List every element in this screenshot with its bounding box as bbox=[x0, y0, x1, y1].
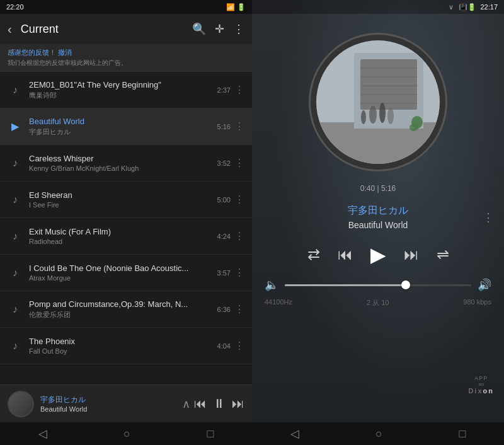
audio-info: 44100Hz 2 从 10 980 kbps bbox=[252, 296, 504, 314]
home-nav-button-right[interactable]: ○ bbox=[375, 427, 382, 441]
item-artist: 伦敦爱乐乐团 bbox=[29, 310, 212, 320]
item-artist: Fall Out Boy bbox=[29, 347, 212, 355]
add-icon[interactable]: ✛ bbox=[215, 22, 224, 36]
controls-right: ⇄ ⏮ ▶ ⏭ ⇌ bbox=[252, 235, 504, 274]
music-icon: ♪ bbox=[8, 304, 23, 315]
toolbar-left: ‹ Current 🔍 ✛ ⋮ bbox=[0, 14, 252, 44]
nav-bar-right: ◁ ○ □ bbox=[252, 422, 504, 445]
track-title-right: Beautiful World bbox=[265, 220, 491, 230]
progress-time: 0:40 | 5:16 bbox=[252, 184, 504, 193]
svg-point-11 bbox=[387, 108, 394, 124]
chevron-up-icon: ∧ bbox=[182, 397, 190, 411]
volume-low-icon: 🔈 bbox=[265, 278, 278, 292]
watermark: APP so Dixon bbox=[468, 375, 494, 395]
now-playing-artist: 宇多田ヒカル bbox=[40, 395, 182, 405]
item-overflow-icon[interactable]: ⋮ bbox=[234, 267, 244, 279]
volume-fill bbox=[285, 284, 406, 286]
item-artist: Atrax Morgue bbox=[29, 274, 212, 282]
music-icon: ♪ bbox=[8, 194, 23, 205]
toolbar-title: Current bbox=[21, 23, 186, 36]
item-duration: 6:36 bbox=[217, 306, 231, 313]
now-playing-info: 宇多田ヒカル Beautiful World bbox=[40, 395, 182, 413]
pause-button[interactable]: ⏸ bbox=[213, 396, 226, 411]
ad-text-2: 我们会根据您的反馈审核此网站上的广告。 bbox=[8, 59, 244, 67]
item-info: Careless Whisper Kenny G/Brian McKnight/… bbox=[29, 154, 212, 172]
status-right-icons: 📳🔋 bbox=[459, 3, 476, 11]
item-artist: I See Fire bbox=[29, 201, 212, 209]
now-playing-title: Beautiful World bbox=[40, 405, 182, 413]
overflow-menu-icon[interactable]: ⋮ bbox=[233, 22, 244, 36]
album-ring bbox=[309, 33, 447, 171]
status-right-time: 22:17 bbox=[480, 3, 498, 11]
search-icon[interactable]: 🔍 bbox=[192, 22, 206, 36]
list-item[interactable]: ♪ Ed Sheeran I See Fire 5:00 ⋮ bbox=[0, 182, 252, 218]
item-duration: 3:57 bbox=[217, 269, 231, 277]
chevron-down-icon[interactable]: ∨ bbox=[449, 3, 454, 11]
item-title: The Phoenix bbox=[29, 337, 212, 346]
list-item[interactable]: ♪ 2EM01_B01"At The Very Beginning" 鹰巢诗郎 … bbox=[0, 72, 252, 108]
item-duration: 5:00 bbox=[217, 196, 231, 204]
recent-nav-button[interactable]: □ bbox=[207, 427, 214, 441]
fast-forward-button[interactable]: ⏭ bbox=[232, 396, 244, 411]
repeat-button[interactable]: ⇄ bbox=[307, 246, 320, 263]
item-artist: 宇多田ヒカル bbox=[29, 127, 212, 137]
play-button[interactable]: ▶ bbox=[370, 243, 386, 267]
music-icon: ♪ bbox=[8, 158, 23, 169]
left-panel: 22:20 📶 🔋 ‹ Current 🔍 ✛ ⋮ 感谢您的反馈！ 撤消 我们会… bbox=[0, 0, 252, 445]
fast-forward-button[interactable]: ⏭ bbox=[404, 246, 419, 263]
status-bar-left: 22:20 📶 🔋 bbox=[0, 0, 252, 14]
music-icon: ♪ bbox=[8, 340, 23, 352]
back-nav-button-right[interactable]: ◁ bbox=[290, 427, 299, 441]
back-button[interactable]: ‹ bbox=[8, 22, 12, 37]
nav-bar-left: ◁ ○ □ bbox=[0, 422, 252, 445]
now-playing-controls: ⏮ ⏸ ⏭ bbox=[194, 396, 244, 411]
battery-icon: 🔋 bbox=[237, 3, 246, 11]
list-item[interactable]: ♪ I Could Be The One (Noonie Bao Acousti… bbox=[0, 255, 252, 291]
music-icon: ♪ bbox=[8, 84, 23, 96]
list-item[interactable]: ♪ Exit Music (For A Film) Radiohead 4:24… bbox=[0, 218, 252, 255]
bitrate: 980 kbps bbox=[463, 298, 491, 308]
recent-nav-button-right[interactable]: □ bbox=[459, 427, 466, 441]
item-info: Ed Sheeran I See Fire bbox=[29, 190, 212, 209]
list-item[interactable]: ♪ Careless Whisper Kenny G/Brian McKnigh… bbox=[0, 145, 252, 182]
ad-text-1: 感谢您的反馈！ 撤消 bbox=[8, 48, 244, 57]
svg-point-10 bbox=[379, 103, 386, 123]
list-item[interactable]: ♪ Pomp and Circumstance,Op.39: March, N.… bbox=[0, 291, 252, 328]
shuffle-button[interactable]: ⇌ bbox=[437, 246, 449, 263]
list-item[interactable]: ♪ The Phoenix Fall Out Boy 4:04 ⋮ bbox=[0, 328, 252, 364]
item-info: 2EM01_B01"At The Very Beginning" 鹰巢诗郎 bbox=[29, 80, 212, 100]
music-icon: ♪ bbox=[8, 231, 23, 242]
rewind-button[interactable]: ⏮ bbox=[194, 396, 207, 411]
item-overflow-icon[interactable]: ⋮ bbox=[234, 303, 244, 315]
item-duration: 5:16 bbox=[217, 123, 231, 130]
track-overflow-icon[interactable]: ⋮ bbox=[483, 211, 494, 224]
play-icon: ▶ bbox=[8, 120, 23, 132]
ad-banner: 感谢您的反馈！ 撤消 我们会根据您的反馈审核此网站上的广告。 bbox=[0, 44, 252, 72]
status-left-time: 22:20 bbox=[6, 3, 24, 11]
track-artist-right: 宇多田ヒカル bbox=[265, 204, 491, 217]
ad-cancel-link[interactable]: 撤消 bbox=[58, 49, 72, 56]
item-overflow-icon[interactable]: ⋮ bbox=[234, 230, 244, 242]
item-overflow-icon[interactable]: ⋮ bbox=[234, 340, 244, 352]
item-overflow-icon[interactable]: ⋮ bbox=[234, 84, 244, 96]
item-artist: Kenny G/Brian McKnight/Earl Klugh bbox=[29, 165, 212, 172]
playlist: ♪ 2EM01_B01"At The Very Beginning" 鹰巢诗郎 … bbox=[0, 72, 252, 384]
rewind-button[interactable]: ⏮ bbox=[338, 246, 353, 263]
signal-icon: 📶 bbox=[226, 3, 235, 11]
right-panel: ∨ 📳🔋 22:17 bbox=[252, 0, 504, 445]
volume-slider[interactable] bbox=[285, 284, 471, 286]
item-overflow-icon[interactable]: ⋮ bbox=[234, 120, 244, 132]
item-duration: 4:24 bbox=[217, 233, 231, 240]
item-overflow-icon[interactable]: ⋮ bbox=[234, 194, 244, 205]
list-item[interactable]: ▶ Beautiful World 宇多田ヒカル 5:16 ⋮ bbox=[0, 108, 252, 145]
item-info: Pomp and Circumstance,Op.39: March, N...… bbox=[29, 299, 212, 320]
item-title: I Could Be The One (Noonie Bao Acoustic.… bbox=[29, 263, 212, 273]
item-title: Beautiful World bbox=[29, 117, 212, 126]
status-bar-right: ∨ 📳🔋 22:17 bbox=[252, 0, 504, 14]
home-nav-button[interactable]: ○ bbox=[123, 427, 130, 441]
volume-knob[interactable] bbox=[401, 280, 410, 289]
back-nav-button[interactable]: ◁ bbox=[38, 427, 47, 441]
item-title: Exit Music (For A Film) bbox=[29, 227, 212, 236]
now-playing-bar[interactable]: 宇多田ヒカル Beautiful World ∧ ⏮ ⏸ ⏭ bbox=[0, 384, 252, 422]
item-overflow-icon[interactable]: ⋮ bbox=[234, 157, 244, 169]
